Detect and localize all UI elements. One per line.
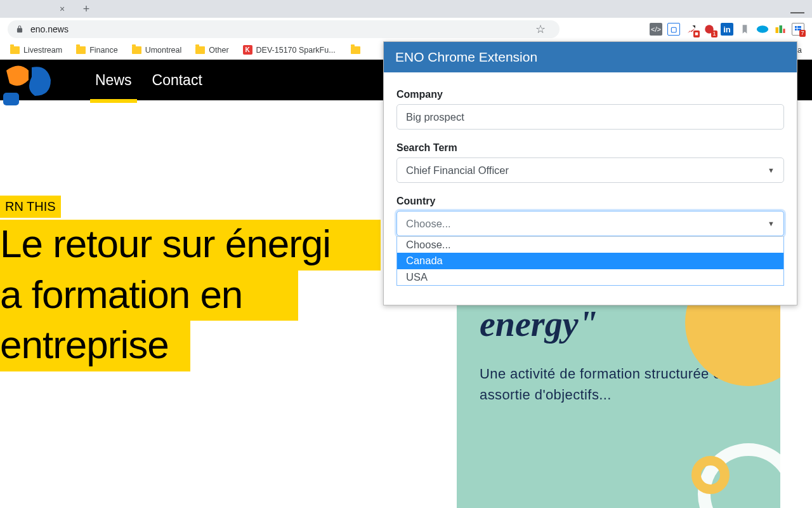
company-label: Company [396, 89, 784, 100]
linkedin-icon[interactable]: in [721, 23, 733, 36]
headline-line-1: Le retour sur énergi [0, 220, 381, 271]
extension-icon-3[interactable]: ■ [685, 23, 698, 36]
country-option-usa[interactable]: USA [397, 269, 783, 285]
folder-icon [132, 46, 141, 54]
extension-icon-6[interactable] [738, 23, 751, 36]
country-option-choose[interactable]: Choose... [397, 237, 783, 253]
app-icon: K [243, 45, 252, 55]
logo-icon [0, 61, 70, 112]
address-bar[interactable]: eno.news ☆ [8, 20, 560, 38]
badge: ■ [693, 30, 700, 37]
bookmark-livestream[interactable]: Livestream [10, 46, 62, 55]
bookmark-dev[interactable]: KDEV-15170 SparkFu... [243, 45, 336, 55]
caret-down-icon: ▼ [768, 220, 775, 227]
country-placeholder: Choose... [406, 218, 451, 230]
svg-rect-5 [795, 26, 797, 28]
folder-icon [10, 46, 20, 54]
headline: Le retour sur énergi a formation en entr… [0, 220, 381, 371]
extension-icon-2[interactable]: ▢ [667, 23, 680, 36]
badge: 1 [711, 30, 717, 37]
search-term-select[interactable]: Chief Financial Officer ▼ [396, 157, 784, 183]
country-dropdown: Choose... Canada USA [396, 236, 784, 286]
extension-header: ENO Chrome Extension [384, 42, 797, 72]
search-term-value: Chief Financial Officer [406, 164, 509, 177]
url-text: eno.news [30, 24, 69, 34]
decoration-ring-small [691, 456, 730, 494]
tab-close-button[interactable]: × [57, 4, 67, 14]
site-logo[interactable] [0, 60, 70, 113]
extension-body: Company Search Term Chief Financial Offi… [384, 72, 797, 305]
extension-icons: </> ▢ ■ 1 in 7 [650, 23, 804, 36]
svg-rect-2 [776, 27, 779, 33]
nav-contact[interactable]: Contact [152, 62, 202, 99]
extension-popup: ENO Chrome Extension Company Search Term… [383, 41, 797, 305]
bookmark-umontreal[interactable]: Umontreal [132, 46, 182, 55]
company-input[interactable] [396, 104, 784, 130]
svg-rect-9 [3, 93, 19, 105]
svg-rect-4 [783, 29, 785, 33]
bookmark-finance[interactable]: Finance [76, 46, 117, 55]
svg-rect-7 [795, 29, 797, 30]
caret-down-icon: ▼ [768, 166, 775, 174]
browser-tab-strip: × + — [0, 0, 812, 18]
folder-icon [351, 46, 360, 54]
bookmark-star-icon[interactable]: ☆ [535, 22, 546, 36]
svg-rect-3 [780, 25, 783, 33]
nav-news[interactable]: News [95, 62, 132, 99]
devtools-icon[interactable]: </> [650, 23, 662, 36]
bookmark-other[interactable]: Other [195, 46, 228, 55]
badge: 7 [799, 30, 806, 37]
folder-icon [195, 46, 205, 54]
svg-point-1 [757, 25, 768, 33]
lock-icon [15, 25, 24, 34]
address-bar-row: eno.news ☆ </> ▢ ■ 1 in 7 [0, 18, 812, 41]
country-select[interactable]: Choose... ▼ [396, 211, 784, 236]
country-label: Country [396, 196, 784, 207]
svg-rect-6 [797, 26, 801, 28]
folder-icon [76, 46, 86, 54]
extension-icon-8[interactable] [774, 23, 787, 36]
bookmark-folder-6[interactable] [351, 46, 360, 54]
ribbon-label: RN THIS [0, 196, 61, 218]
search-term-label: Search Term [396, 142, 784, 154]
feature-card: energy" Une activité de formation struct… [457, 284, 780, 508]
extension-icon-9[interactable]: 7 [792, 23, 804, 36]
country-option-canada[interactable]: Canada [397, 253, 783, 269]
extension-icon-4[interactable]: 1 [703, 23, 716, 36]
new-tab-button[interactable]: + [79, 1, 94, 17]
headline-line-2: a formation en [0, 271, 298, 321]
window-minimize-button[interactable]: — [790, 4, 804, 20]
salesforce-icon[interactable] [756, 23, 769, 36]
headline-line-3: entreprise [0, 321, 190, 371]
